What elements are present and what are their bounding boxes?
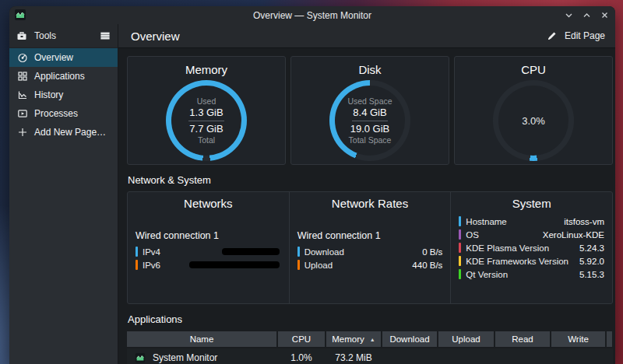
titlebar: Overview — System Monitor [9,6,615,24]
row-memory-value: 73.2 MiB [326,352,381,363]
column-header-upload[interactable]: Upload [438,331,494,347]
plasma-version-value: 5.24.3 [579,243,604,253]
sidebar-header: Tools [9,24,118,48]
hostname-label: Hostname [466,217,506,226]
sidebar-item-overview[interactable]: Overview [9,48,118,67]
frameworks-color-bar [459,256,461,266]
plasma-version-label: KDE Plasma Version [466,243,549,253]
sort-ascending-icon: ▲ [370,337,375,342]
memory-total-value: 7.7 GiB [189,123,223,135]
cpu-card: CPU 3.0% [454,56,613,165]
column-header-cpu[interactable]: CPU [278,331,325,347]
ipv6-redacted-value [189,261,280,268]
memory-card: Memory Used 1.3 GiB 7.7 GiB Total [127,56,286,165]
close-button[interactable] [600,11,609,20]
page-header: Overview Edit Page [118,24,615,48]
chevron-down-icon [565,11,573,19]
disk-gauge: Used Space 8.4 GiB 19.0 GiB Total Space [329,80,410,161]
hamburger-menu-icon[interactable] [100,30,111,41]
minimize-button[interactable] [564,11,573,20]
memory-card-title: Memory [128,63,285,76]
disk-card: Disk Used Space 8.4 GiB 19.0 GiB Total S… [290,56,449,165]
scrollbar-corner [607,331,612,347]
download-value: 0 B/s [422,247,442,257]
network-rates-group-label: Wired connection 1 [297,230,443,241]
upload-row: Upload 440 B/s [297,258,443,271]
system-monitor-row-icon [135,352,146,363]
hostname-value: itsfoss-vm [564,217,604,226]
hostname-row: Hostname itsfoss-vm [459,215,604,228]
gauge-divider [352,121,388,121]
page-title: Overview [131,30,180,43]
column-header-read[interactable]: Read [495,331,550,347]
sidebar-item-history[interactable]: History [9,86,118,104]
networks-title: Networks [136,197,281,210]
disk-used-label: Used Space [347,96,392,107]
system-monitor-app-icon [14,9,26,21]
sidebar-item-add-new-page[interactable]: Add New Page… [9,123,118,142]
gauges-row: Memory Used 1.3 GiB 7.7 GiB Total [127,56,613,165]
ipv4-color-bar [136,247,138,257]
edit-page-button[interactable]: Edit Page [547,30,605,41]
sidebar-item-processes[interactable]: Processes [9,104,118,123]
upload-label: Upload [304,261,333,270]
sidebar-item-applications[interactable]: Applications [9,67,118,86]
column-header-memory[interactable]: Memory ▲ [326,331,381,347]
gauge-divider [188,121,224,121]
maximize-button[interactable] [582,11,591,20]
window-controls [564,6,609,24]
memory-used-label: Used [197,96,216,107]
sidebar-item-label: Add New Page… [34,127,106,138]
network-rates-title: Network Rates [297,197,443,210]
ipv6-color-bar [136,260,138,270]
gauge-icon [17,52,28,63]
system-monitor-window: Overview — System Monitor Tools [9,6,615,364]
os-row: OS XeroLinux-KDE [459,228,604,241]
ipv4-redacted-value [222,248,280,255]
download-label: Download [304,247,344,257]
cpu-card-title: CPU [455,63,612,76]
plus-icon [17,127,28,138]
networks-group-label: Wired connection 1 [136,230,281,241]
sidebar-item-label: Processes [34,108,78,119]
network-rates-section: Network Rates Wired connection 1 Downloa… [289,192,451,303]
hostname-color-bar [459,216,461,226]
download-color-bar [297,247,300,257]
memory-total-label: Total [198,135,215,145]
ipv4-label: IPv4 [143,247,160,257]
memory-used-value: 1.3 GiB [189,107,223,119]
frameworks-version-value: 5.92.0 [579,257,604,266]
network-system-card: Networks Wired connection 1 IPv4 IPv6 [127,191,613,304]
applications-table: Name CPU Memory ▲ Download Upload Read W… [127,331,613,364]
column-header-write[interactable]: Write [551,331,605,347]
network-system-section-title: Network & System [128,174,613,187]
ipv6-row: IPv6 [136,258,281,271]
disk-total-label: Total Space [349,135,392,145]
os-color-bar [459,229,461,240]
system-title: System [459,197,604,210]
qt-color-bar [459,269,461,279]
disk-used-value: 8.4 GiB [353,107,386,119]
column-header-name[interactable]: Name [127,331,276,347]
grid-icon [17,71,28,82]
cpu-usage-value: 3.0% [522,115,545,127]
column-header-download[interactable]: Download [382,331,437,347]
sidebar-item-label: Applications [34,71,85,82]
sidebar-header-label: Tools [34,30,93,41]
edit-page-label: Edit Page [565,30,605,41]
sidebar-item-label: History [34,89,63,100]
window-title: Overview — System Monitor [9,10,615,21]
sidebar: Tools Overview Applications [9,24,118,364]
frameworks-version-label: KDE Frameworks Version [466,257,568,266]
os-value: XeroLinux-KDE [543,230,604,240]
applications-section-title: Applications [128,313,613,326]
memory-gauge: Used 1.3 GiB 7.7 GiB Total [166,80,247,161]
plasma-version-row: KDE Plasma Version 5.24.3 [459,241,604,254]
plasma-color-bar [459,243,461,253]
qt-version-row: Qt Version 5.15.3 [459,268,604,281]
toolbox-icon [16,30,27,41]
frameworks-version-row: KDE Frameworks Version 5.92.0 [459,254,604,268]
row-app-name: System Monitor [153,352,217,363]
table-row-system-monitor[interactable]: System Monitor 1.0% 73.2 MiB [127,348,613,364]
overview-page: Memory Used 1.3 GiB 7.7 GiB Total [118,48,615,364]
